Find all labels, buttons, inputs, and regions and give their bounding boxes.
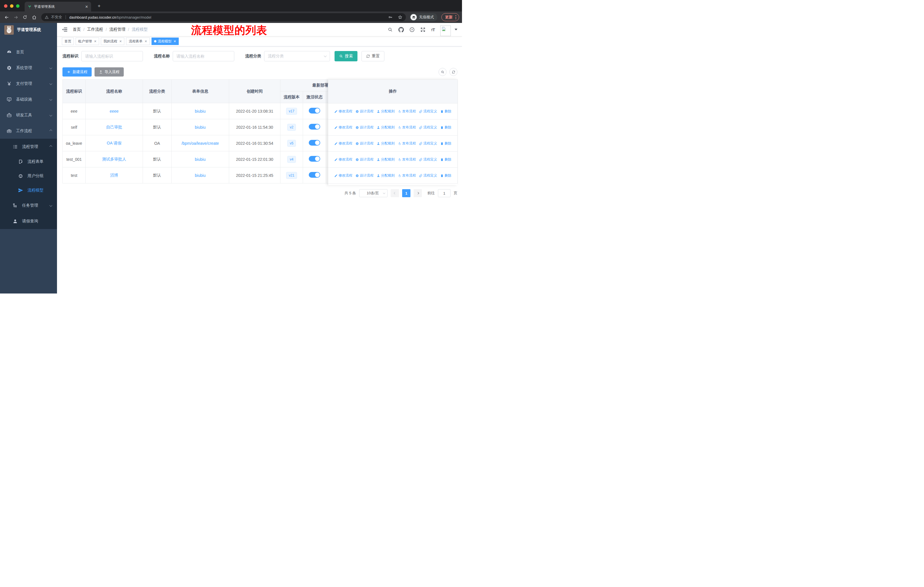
active-toggle[interactable] — [309, 140, 320, 146]
tag-close-icon[interactable]: ✕ — [119, 40, 122, 43]
model-name-input[interactable] — [173, 51, 234, 61]
tag-close-icon[interactable]: ✕ — [173, 40, 176, 43]
model-name-link[interactable]: 测试多审批人 — [102, 157, 126, 161]
sidebar-item-process-form[interactable]: 流程表单 — [0, 154, 57, 169]
tab-close-icon[interactable]: ✕ — [85, 5, 88, 9]
page-size-select[interactable]: 10条/页 — [359, 189, 388, 197]
import-model-button[interactable]: 导入流程 — [94, 67, 124, 76]
tag-tenant[interactable]: 租户管理✕ — [76, 38, 99, 45]
edit-model-link[interactable]: 修改流程 — [334, 141, 352, 146]
delete-model-link[interactable]: 删除 — [440, 125, 451, 130]
model-name-link[interactable]: eeee — [110, 109, 119, 114]
sidebar-item-home[interactable]: 首页 — [0, 44, 57, 60]
reset-button[interactable]: 重置 — [361, 51, 384, 61]
design-model-link[interactable]: 设计流程 — [355, 173, 373, 178]
process-definition-link[interactable]: 流程定义 — [419, 125, 437, 130]
sidebar-item-task-manage[interactable]: 任务管理 — [0, 197, 57, 213]
publish-model-link[interactable]: 发布流程 — [398, 157, 416, 162]
form-info-link[interactable]: biubiu — [195, 125, 205, 129]
fullscreen-icon[interactable] — [420, 27, 426, 32]
tag-process-model[interactable]: 流程模型✕ — [152, 38, 179, 45]
publish-model-link[interactable]: 发布流程 — [398, 173, 416, 178]
publish-model-link[interactable]: 发布流程 — [398, 109, 416, 114]
forward-button[interactable] — [12, 13, 20, 21]
form-info-link[interactable]: biubiu — [195, 109, 205, 114]
browser-tab[interactable]: 芋道管理系统 ✕ — [25, 2, 91, 12]
sidebar-item-user-group[interactable]: 用户分组 — [0, 169, 57, 183]
assign-rule-link[interactable]: 分配规则 — [377, 109, 395, 114]
breadcrumb-item[interactable]: 流程管理 — [109, 27, 125, 32]
process-definition-link[interactable]: 流程定义 — [419, 141, 437, 146]
update-chip[interactable]: 更新 — [441, 13, 459, 21]
design-model-link[interactable]: 设计流程 — [355, 141, 373, 146]
category-select[interactable]: 流程分类 — [264, 51, 330, 61]
process-definition-link[interactable]: 流程定义 — [419, 173, 437, 178]
form-info-link[interactable]: biubiu — [195, 157, 205, 162]
delete-model-link[interactable]: 删除 — [440, 173, 451, 178]
publish-model-link[interactable]: 发布流程 — [398, 141, 416, 146]
help-icon[interactable] — [409, 27, 415, 32]
password-key-icon[interactable] — [388, 15, 393, 20]
breadcrumb-item[interactable]: 工作流程 — [87, 27, 103, 32]
design-model-link[interactable]: 设计流程 — [355, 125, 373, 130]
sidebar-toggle-icon[interactable] — [61, 26, 68, 33]
font-size-icon[interactable]: TT — [431, 27, 435, 32]
active-toggle[interactable] — [309, 124, 320, 129]
design-model-link[interactable]: 设计流程 — [355, 157, 373, 162]
tag-home[interactable]: 首页 — [62, 38, 74, 45]
home-button[interactable] — [30, 13, 38, 21]
active-toggle[interactable] — [309, 172, 320, 178]
sidebar-item-workflow[interactable]: 工作流程 — [0, 123, 57, 139]
edit-model-link[interactable]: 修改流程 — [334, 109, 352, 114]
new-tab-button[interactable]: + — [96, 3, 102, 10]
prev-page-button[interactable] — [391, 189, 399, 197]
bookmark-star-icon[interactable] — [398, 15, 403, 20]
tag-process-form[interactable]: 流程表单✕ — [126, 38, 150, 45]
search-button[interactable]: 搜索 — [335, 51, 358, 61]
delete-model-link[interactable]: 删除 — [440, 157, 451, 162]
breadcrumb-item[interactable]: 首页 — [73, 27, 81, 32]
edit-model-link[interactable]: 修改流程 — [334, 173, 352, 178]
github-icon[interactable] — [398, 27, 404, 32]
sidebar-item-payment[interactable]: 支付管理 — [0, 76, 57, 91]
design-model-link[interactable]: 设计流程 — [355, 109, 373, 114]
edit-model-link[interactable]: 修改流程 — [334, 125, 352, 130]
sidebar-item-devtools[interactable]: 研发工具 — [0, 107, 57, 123]
create-model-button[interactable]: 新建流程 — [63, 67, 92, 76]
caret-down-icon[interactable] — [455, 29, 457, 30]
tag-close-icon[interactable]: ✕ — [94, 40, 97, 43]
tag-my-process[interactable]: 我的流程✕ — [101, 38, 124, 45]
active-toggle[interactable] — [309, 108, 320, 114]
model-name-link[interactable]: 自己审批 — [106, 125, 122, 129]
address-bar[interactable]: 不安全 dashboard.yudao.iocoder.cn/bpm/manag… — [41, 13, 406, 21]
edit-model-link[interactable]: 修改流程 — [334, 157, 352, 162]
close-window-button[interactable] — [4, 4, 7, 8]
toggle-search-button[interactable] — [439, 68, 447, 76]
delete-model-link[interactable]: 删除 — [440, 141, 451, 146]
sidebar-item-process-model[interactable]: 流程模型 — [0, 183, 57, 197]
zoom-window-button[interactable] — [16, 4, 20, 8]
goto-page-input[interactable] — [438, 189, 450, 197]
sidebar-item-system[interactable]: 系统管理 — [0, 60, 57, 76]
process-definition-link[interactable]: 流程定义 — [419, 109, 437, 114]
publish-model-link[interactable]: 发布流程 — [398, 125, 416, 130]
sidebar-item-infra[interactable]: 基础设施 — [0, 91, 57, 107]
next-page-button[interactable] — [414, 189, 422, 197]
refresh-table-button[interactable] — [449, 68, 457, 76]
active-toggle[interactable] — [309, 156, 320, 162]
back-button[interactable] — [3, 13, 10, 21]
model-name-link[interactable]: 滔博 — [110, 173, 118, 177]
minimize-window-button[interactable] — [10, 4, 13, 8]
reload-button[interactable] — [21, 13, 29, 21]
current-page-button[interactable]: 1 — [402, 189, 411, 197]
assign-rule-link[interactable]: 分配规则 — [377, 157, 395, 162]
assign-rule-link[interactable]: 分配规则 — [377, 173, 395, 178]
sidebar-item-process-manage[interactable]: 流程管理 — [0, 139, 57, 154]
form-info-link[interactable]: /bpm/oa/leave/create — [182, 141, 219, 146]
avatar[interactable] — [440, 25, 451, 36]
tag-close-icon[interactable]: ✕ — [144, 40, 147, 43]
assign-rule-link[interactable]: 分配规则 — [377, 125, 395, 130]
assign-rule-link[interactable]: 分配规则 — [377, 141, 395, 146]
form-info-link[interactable]: biubiu — [195, 173, 205, 178]
model-key-input[interactable] — [81, 51, 143, 61]
